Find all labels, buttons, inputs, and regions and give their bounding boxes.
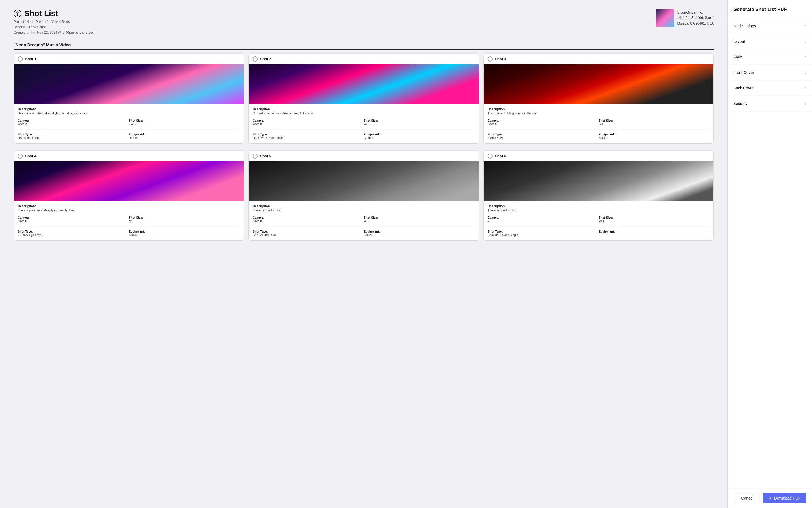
shot-size-detail: Shot Size: WS (364, 118, 475, 126)
section-title: "Neon Dreams" Music Video (13, 42, 714, 50)
description-label: Description: (253, 204, 475, 208)
description-text: The couple holding hands in the car. (488, 111, 709, 116)
shot-label: Shot 5 (260, 154, 271, 158)
panel-footer: Cancel ⬇ Download PDF (728, 488, 812, 508)
shot-card-body: Description: The couple staring deeply i… (14, 201, 244, 241)
shot-card-body: Description: Drone in on a dreamlike sky… (14, 104, 244, 143)
shot-type-detail: Shot Type: 2-Shot / HA (488, 132, 599, 140)
shot-type-detail: Shot Type: Shoulder Level / Single (488, 229, 599, 237)
main-content: Shot List Project "Neon Dreams" - Velvet… (0, 0, 727, 508)
project-meta: Project "Neon Dreams" - Velvet Skies Scr… (13, 19, 94, 36)
shot-checkbox[interactable] (488, 56, 493, 61)
panel-item-label: Grid Settings (733, 24, 756, 28)
shot-checkbox[interactable] (253, 56, 258, 61)
camera-detail: Camera: CAM A (18, 118, 129, 126)
shot-details: Camera: CAM C Shot Size: CU Shot Type: 2… (488, 118, 709, 140)
download-pdf-button[interactable]: ⬇ Download PDF (763, 493, 806, 504)
page-header: Shot List Project "Neon Dreams" - Velvet… (13, 9, 714, 36)
shot-card-body: Description: The couple holding hands in… (484, 104, 714, 143)
panel-item-layout[interactable]: Layout › (728, 34, 812, 49)
company-thumbnail (656, 9, 674, 27)
chevron-right-icon: › (805, 86, 806, 91)
shot-card-header: Shot 6 (484, 151, 714, 161)
chevron-right-icon: › (805, 101, 806, 106)
chevron-right-icon: › (805, 54, 806, 59)
shot-type-detail: Shot Type: HA / Deep Focus (18, 132, 129, 140)
shot-size-detail: Shot Size: MCU (599, 215, 709, 223)
detail-divider (18, 226, 240, 226)
shot-type-detail: Shot Type: LA / Ground Level (253, 229, 364, 237)
equipment-detail: Equipment: Drone (129, 132, 240, 140)
camera-detail: Camera: CAM B (253, 215, 364, 223)
title-area: Shot List Project "Neon Dreams" - Velvet… (13, 9, 94, 36)
panel-item-label: Style (733, 55, 742, 59)
shot-size-detail: Shot Size: EWS (129, 118, 240, 126)
shot-checkbox[interactable] (18, 56, 23, 61)
shot-card-4: Shot 4 Description: The couple staring d… (13, 151, 244, 241)
detail-divider (18, 129, 240, 129)
shot-label: Shot 1 (25, 57, 36, 61)
shot-label: Shot 3 (495, 57, 506, 61)
shot-card-header: Shot 5 (249, 151, 479, 161)
description-label: Description: (488, 107, 709, 111)
camera-detail: Camera: CAM B (253, 118, 364, 126)
shot-details: Camera: – Shot Size: MCU Shot Type: Shou… (488, 215, 709, 237)
shot-image (14, 161, 244, 201)
panel-items-list: Grid Settings › Layout › Style › Front C… (728, 18, 812, 488)
shot-size-detail: Shot Size: WS (364, 215, 475, 223)
shot-image (484, 65, 714, 104)
description-label: Description: (488, 204, 709, 208)
panel-item-security[interactable]: Security › (728, 96, 812, 112)
shot-image (249, 161, 479, 201)
shot-card-header: Shot 1 (14, 54, 244, 65)
description-text: The artist performing. (253, 208, 475, 213)
equipment-detail: Equipment: – (599, 229, 709, 237)
shot-card-header: Shot 4 (14, 151, 244, 161)
equipment-detail: Equipment: Sticks (129, 229, 240, 237)
panel-item-front-cover[interactable]: Front Cover › (728, 65, 812, 80)
description-text: The couple staring deeply into each othe… (18, 208, 240, 213)
panel-item-label: Security (733, 101, 747, 106)
shot-size-detail: Shot Size: CU (599, 118, 709, 126)
detail-divider (253, 226, 475, 226)
shot-checkbox[interactable] (18, 154, 23, 159)
shot-details: Camera: CAM A Shot Size: EWS Shot Type: … (18, 118, 240, 140)
description-label: Description: (253, 107, 475, 111)
panel-item-style[interactable]: Style › (728, 49, 812, 65)
panel-item-back-cover[interactable]: Back Cover › (728, 80, 812, 96)
shot-card-header: Shot 3 (484, 54, 714, 65)
shot-type-detail: Shot Type: Hip Level / Deep Focus (253, 132, 364, 140)
chevron-right-icon: › (805, 24, 806, 29)
chevron-right-icon: › (805, 39, 806, 44)
description-text: Drone in on a dreamlike skyline bursting… (18, 111, 240, 116)
panel-item-grid-settings[interactable]: Grid Settings › (728, 18, 812, 34)
equipment-detail: Equipment: Sticks (364, 229, 475, 237)
shot-card-1: Shot 1 Description: Drone in on a dreaml… (13, 53, 244, 144)
shot-card-3: Shot 3 Description: The couple holding h… (483, 53, 714, 144)
shot-card-body: Description: The artist performing. Came… (249, 201, 479, 241)
shot-checkbox[interactable] (488, 154, 493, 159)
page-title: Shot List (13, 9, 94, 18)
shot-card-6: Shot 6 Description: The artist performin… (483, 151, 714, 241)
shot-card-body: Description: Pan with the car as it driv… (249, 104, 479, 143)
panel-item-label: Back Cover (733, 86, 754, 90)
camera-detail: Camera: CAM C (18, 215, 129, 223)
description-text: Pan with the car as it drives through th… (253, 111, 475, 116)
cancel-button[interactable]: Cancel (735, 493, 760, 504)
panel-item-label: Layout (733, 39, 745, 44)
detail-divider (488, 226, 709, 226)
shot-label: Shot 6 (495, 154, 506, 158)
description-label: Description: (18, 107, 240, 111)
shot-card-5: Shot 5 Description: The artist performin… (248, 151, 479, 241)
shot-checkbox[interactable] (253, 154, 258, 159)
camera-detail: Camera: – (488, 215, 599, 223)
detail-divider (253, 129, 475, 129)
shot-grid-row2: Shot 4 Description: The couple staring d… (13, 151, 714, 241)
shot-type-detail: Shot Type: 2-Shot / Eye Level (18, 229, 129, 237)
right-panel: Generate Shot List PDF Grid Settings › L… (727, 0, 812, 508)
detail-divider (488, 129, 709, 129)
download-icon: ⬇ (769, 496, 772, 500)
shot-card-2: Shot 2 Description: Pan with the car as … (248, 53, 479, 144)
shot-grid-row1: Shot 1 Description: Drone in on a dreaml… (13, 53, 714, 144)
shot-image (14, 65, 244, 104)
